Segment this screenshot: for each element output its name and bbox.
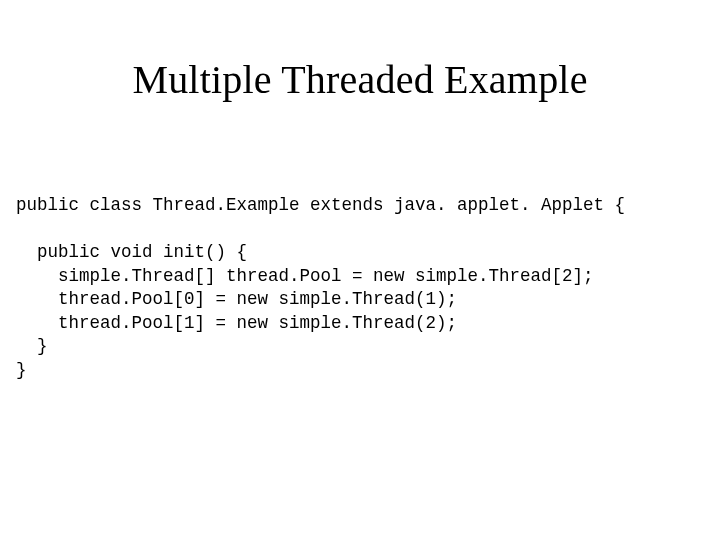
code-line: } xyxy=(16,360,27,380)
slide-title: Multiple Threaded Example xyxy=(0,56,720,103)
code-line: } xyxy=(16,336,48,356)
code-line: public void init() { xyxy=(16,242,247,262)
code-line: thread.Pool[1] = new simple.Thread(2); xyxy=(16,313,457,333)
code-line: simple.Thread[] thread.Pool = new simple… xyxy=(16,266,594,286)
code-line: thread.Pool[0] = new simple.Thread(1); xyxy=(16,289,457,309)
code-block: public class Thread.Example extends java… xyxy=(16,170,625,383)
code-line: public class Thread.Example extends java… xyxy=(16,195,625,215)
slide: Multiple Threaded Example public class T… xyxy=(0,0,720,540)
